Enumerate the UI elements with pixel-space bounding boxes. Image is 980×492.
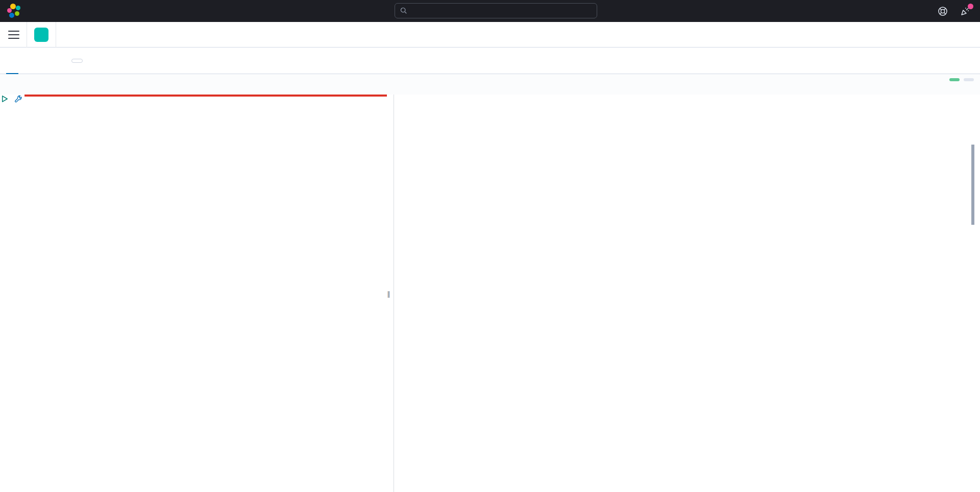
search-icon	[400, 7, 407, 14]
tab-painless-lab[interactable]	[61, 48, 89, 74]
request-editor[interactable]	[0, 95, 394, 492]
console-area: ∥	[0, 95, 980, 492]
space-avatar[interactable]	[34, 28, 48, 42]
logo-dot-green	[15, 11, 19, 16]
logo-dot-teal	[16, 6, 20, 10]
beta-badge	[71, 59, 83, 63]
nav-bar	[0, 22, 980, 48]
status-badge	[949, 78, 960, 81]
global-header	[0, 0, 980, 22]
global-search-input[interactable]	[395, 3, 597, 18]
response-time-badge	[964, 78, 974, 81]
scrollbar-thumb[interactable]	[971, 145, 974, 225]
tab-console[interactable]	[6, 48, 18, 74]
tab-grok-debugger[interactable]	[43, 48, 55, 74]
wrench-icon[interactable]	[14, 95, 22, 103]
logo-dot-yellow	[10, 4, 16, 9]
menu-button[interactable]	[8, 31, 19, 39]
response-viewer[interactable]	[398, 95, 980, 492]
send-request-icon[interactable]	[0, 95, 9, 103]
logo-dot-blue	[9, 13, 14, 18]
console-menu	[0, 74, 980, 95]
newsfeed-icon[interactable]	[960, 6, 971, 17]
divider	[56, 22, 56, 48]
devtools-tabs	[0, 48, 980, 74]
notification-dot	[968, 4, 973, 9]
elastic-logo[interactable]	[6, 4, 21, 19]
tab-search-profiler[interactable]	[24, 48, 37, 74]
logo-dot-pink	[7, 8, 12, 13]
help-icon[interactable]	[937, 6, 948, 17]
divider	[27, 22, 27, 48]
pane-resize-handle[interactable]: ∥	[387, 290, 390, 298]
